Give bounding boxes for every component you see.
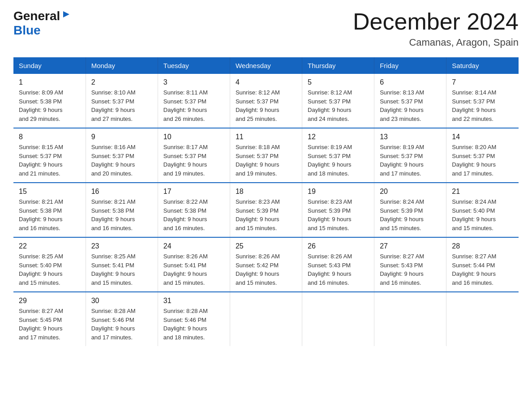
logo: General Blue: [13, 9, 70, 38]
day-number: 4: [236, 78, 296, 86]
day-info: Sunrise: 8:23 AM Sunset: 5:39 PM Dayligh…: [308, 197, 369, 232]
column-header-monday: Monday: [86, 57, 158, 74]
calendar-cell: 17 Sunrise: 8:22 AM Sunset: 5:38 PM Dayl…: [158, 183, 230, 237]
calendar-cell: 22 Sunrise: 8:25 AM Sunset: 5:40 PM Dayl…: [13, 237, 86, 292]
day-info: Sunrise: 8:21 AM Sunset: 5:38 PM Dayligh…: [91, 197, 152, 232]
day-info: Sunrise: 8:24 AM Sunset: 5:40 PM Dayligh…: [452, 197, 513, 232]
day-number: 18: [236, 188, 296, 196]
calendar-cell: 16 Sunrise: 8:21 AM Sunset: 5:38 PM Dayl…: [86, 183, 158, 237]
week-row-4: 22 Sunrise: 8:25 AM Sunset: 5:40 PM Dayl…: [13, 237, 519, 292]
title-area: December 2024 Camanas, Aragon, Spain: [353, 9, 519, 48]
day-number: 31: [163, 297, 224, 305]
page-subtitle: Camanas, Aragon, Spain: [353, 37, 519, 48]
day-info: Sunrise: 8:10 AM Sunset: 5:37 PM Dayligh…: [91, 88, 152, 123]
day-info: Sunrise: 8:23 AM Sunset: 5:39 PM Dayligh…: [236, 197, 296, 232]
column-header-sunday: Sunday: [13, 57, 86, 74]
calendar-cell: 1 Sunrise: 8:09 AM Sunset: 5:38 PM Dayli…: [13, 74, 86, 128]
calendar-cell: 27 Sunrise: 8:27 AM Sunset: 5:43 PM Dayl…: [374, 237, 446, 292]
day-number: 19: [308, 188, 369, 196]
calendar-header: SundayMondayTuesdayWednesdayThursdayFrid…: [13, 57, 519, 74]
day-info: Sunrise: 8:15 AM Sunset: 5:37 PM Dayligh…: [19, 143, 80, 178]
day-info: Sunrise: 8:27 AM Sunset: 5:43 PM Dayligh…: [380, 252, 441, 287]
day-info: Sunrise: 8:18 AM Sunset: 5:37 PM Dayligh…: [236, 143, 296, 178]
calendar-cell: 20 Sunrise: 8:24 AM Sunset: 5:39 PM Dayl…: [374, 183, 446, 237]
calendar-cell: 2 Sunrise: 8:10 AM Sunset: 5:37 PM Dayli…: [86, 74, 158, 128]
day-info: Sunrise: 8:26 AM Sunset: 5:42 PM Dayligh…: [236, 252, 296, 287]
column-header-tuesday: Tuesday: [158, 57, 230, 74]
day-info: Sunrise: 8:27 AM Sunset: 5:44 PM Dayligh…: [452, 252, 513, 287]
day-number: 15: [19, 188, 80, 196]
day-number: 3: [163, 78, 224, 86]
day-info: Sunrise: 8:11 AM Sunset: 5:37 PM Dayligh…: [163, 88, 224, 123]
day-info: Sunrise: 8:25 AM Sunset: 5:41 PM Dayligh…: [91, 252, 152, 287]
calendar-cell: [374, 292, 446, 346]
calendar-cell: 18 Sunrise: 8:23 AM Sunset: 5:39 PM Dayl…: [230, 183, 302, 237]
column-header-friday: Friday: [374, 57, 446, 74]
calendar-cell: 8 Sunrise: 8:15 AM Sunset: 5:37 PM Dayli…: [13, 128, 86, 183]
day-info: Sunrise: 8:28 AM Sunset: 5:46 PM Dayligh…: [91, 307, 152, 342]
day-info: Sunrise: 8:16 AM Sunset: 5:37 PM Dayligh…: [91, 143, 152, 178]
day-info: Sunrise: 8:12 AM Sunset: 5:37 PM Dayligh…: [308, 88, 369, 123]
day-info: Sunrise: 8:26 AM Sunset: 5:43 PM Dayligh…: [308, 252, 369, 287]
calendar-cell: 11 Sunrise: 8:18 AM Sunset: 5:37 PM Dayl…: [230, 128, 302, 183]
day-number: 12: [308, 133, 369, 141]
logo-triangle-icon: [62, 10, 70, 20]
day-info: Sunrise: 8:24 AM Sunset: 5:39 PM Dayligh…: [380, 197, 441, 232]
calendar-cell: 6 Sunrise: 8:13 AM Sunset: 5:37 PM Dayli…: [374, 74, 446, 128]
day-number: 22: [19, 242, 80, 250]
day-number: 10: [163, 133, 224, 141]
calendar-cell: 25 Sunrise: 8:26 AM Sunset: 5:42 PM Dayl…: [230, 237, 302, 292]
day-info: Sunrise: 8:28 AM Sunset: 5:46 PM Dayligh…: [163, 307, 224, 342]
calendar-cell: 9 Sunrise: 8:16 AM Sunset: 5:37 PM Dayli…: [86, 128, 158, 183]
day-info: Sunrise: 8:26 AM Sunset: 5:41 PM Dayligh…: [163, 252, 224, 287]
day-number: 2: [91, 78, 152, 86]
calendar-cell: 4 Sunrise: 8:12 AM Sunset: 5:37 PM Dayli…: [230, 74, 302, 128]
day-number: 24: [163, 242, 224, 250]
calendar-cell: 7 Sunrise: 8:14 AM Sunset: 5:37 PM Dayli…: [446, 74, 519, 128]
calendar-table: SundayMondayTuesdayWednesdayThursdayFrid…: [13, 57, 519, 346]
day-info: Sunrise: 8:25 AM Sunset: 5:40 PM Dayligh…: [19, 252, 80, 287]
calendar-cell: 13 Sunrise: 8:19 AM Sunset: 5:37 PM Dayl…: [374, 128, 446, 183]
calendar-cell: [446, 292, 519, 346]
calendar-cell: 28 Sunrise: 8:27 AM Sunset: 5:44 PM Dayl…: [446, 237, 519, 292]
day-number: 23: [91, 242, 152, 250]
day-number: 7: [452, 78, 513, 86]
svg-marker-0: [63, 11, 69, 17]
calendar-cell: 24 Sunrise: 8:26 AM Sunset: 5:41 PM Dayl…: [158, 237, 230, 292]
calendar-cell: 12 Sunrise: 8:19 AM Sunset: 5:37 PM Dayl…: [302, 128, 374, 183]
calendar-cell: 14 Sunrise: 8:20 AM Sunset: 5:37 PM Dayl…: [446, 128, 519, 183]
day-number: 6: [380, 78, 441, 86]
day-info: Sunrise: 8:27 AM Sunset: 5:45 PM Dayligh…: [19, 307, 80, 342]
day-number: 27: [380, 242, 441, 250]
day-number: 11: [236, 133, 296, 141]
day-info: Sunrise: 8:17 AM Sunset: 5:37 PM Dayligh…: [163, 143, 224, 178]
calendar-cell: 3 Sunrise: 8:11 AM Sunset: 5:37 PM Dayli…: [158, 74, 230, 128]
calendar-cell: 23 Sunrise: 8:25 AM Sunset: 5:41 PM Dayl…: [86, 237, 158, 292]
day-info: Sunrise: 8:19 AM Sunset: 5:37 PM Dayligh…: [380, 143, 441, 178]
week-row-1: 1 Sunrise: 8:09 AM Sunset: 5:38 PM Dayli…: [13, 74, 519, 128]
week-row-2: 8 Sunrise: 8:15 AM Sunset: 5:37 PM Dayli…: [13, 128, 519, 183]
day-info: Sunrise: 8:12 AM Sunset: 5:37 PM Dayligh…: [236, 88, 296, 123]
column-header-saturday: Saturday: [446, 57, 519, 74]
page-title: December 2024: [353, 9, 519, 34]
day-number: 21: [452, 188, 513, 196]
day-number: 28: [452, 242, 513, 250]
column-header-thursday: Thursday: [302, 57, 374, 74]
week-row-3: 15 Sunrise: 8:21 AM Sunset: 5:38 PM Dayl…: [13, 183, 519, 237]
calendar-cell: 31 Sunrise: 8:28 AM Sunset: 5:46 PM Dayl…: [158, 292, 230, 346]
calendar-body: 1 Sunrise: 8:09 AM Sunset: 5:38 PM Dayli…: [13, 74, 519, 346]
page-header: General Blue December 2024 Camanas, Arag…: [13, 9, 519, 48]
logo-general: General: [13, 9, 60, 23]
day-number: 25: [236, 242, 296, 250]
day-number: 30: [91, 297, 152, 305]
day-info: Sunrise: 8:09 AM Sunset: 5:38 PM Dayligh…: [19, 88, 80, 123]
calendar-cell: [302, 292, 374, 346]
day-number: 13: [380, 133, 441, 141]
calendar-cell: 30 Sunrise: 8:28 AM Sunset: 5:46 PM Dayl…: [86, 292, 158, 346]
calendar-cell: 21 Sunrise: 8:24 AM Sunset: 5:40 PM Dayl…: [446, 183, 519, 237]
day-number: 17: [163, 188, 224, 196]
day-info: Sunrise: 8:19 AM Sunset: 5:37 PM Dayligh…: [308, 143, 369, 178]
calendar-cell: 15 Sunrise: 8:21 AM Sunset: 5:38 PM Dayl…: [13, 183, 86, 237]
calendar-cell: 10 Sunrise: 8:17 AM Sunset: 5:37 PM Dayl…: [158, 128, 230, 183]
day-info: Sunrise: 8:13 AM Sunset: 5:37 PM Dayligh…: [380, 88, 441, 123]
